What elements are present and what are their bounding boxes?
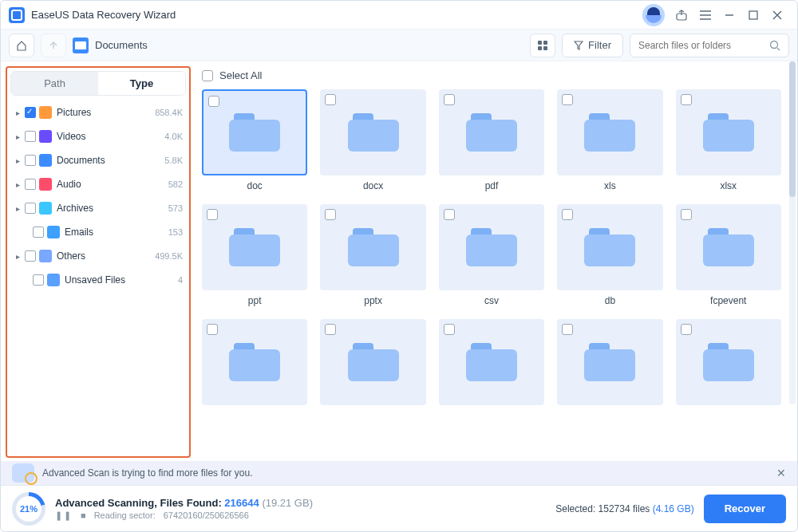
- checkbox-audio[interactable]: [25, 179, 36, 190]
- tile-blank[interactable]: [557, 319, 662, 410]
- others-icon: [39, 250, 52, 262]
- tile-blank[interactable]: [676, 319, 781, 410]
- tile-xls[interactable]: xls: [557, 89, 662, 191]
- scrollbar-thumb[interactable]: [789, 61, 796, 197]
- folder-icon: [703, 343, 754, 381]
- close-button[interactable]: [765, 4, 789, 26]
- tile-doc[interactable]: doc: [202, 89, 307, 191]
- file-grid: docdocxpdfxlsxlsxpptpptxcsvdbfcpevent: [202, 89, 781, 410]
- folder-icon: [703, 113, 754, 152]
- tile-label: docx: [363, 180, 383, 191]
- sidebar-tabs: Path Type: [10, 71, 186, 96]
- documents-icon: [39, 154, 52, 167]
- tile-checkbox[interactable]: [325, 209, 336, 220]
- tile-checkbox[interactable]: [207, 209, 218, 220]
- checkbox-archives[interactable]: [25, 203, 36, 214]
- videos-icon: [39, 130, 52, 143]
- tile-checkbox[interactable]: [325, 94, 336, 105]
- tile-checkbox[interactable]: [562, 324, 573, 335]
- scrollbar[interactable]: [789, 61, 796, 404]
- recover-button[interactable]: Recover: [704, 495, 786, 523]
- minimize-button[interactable]: [717, 4, 741, 26]
- tile-checkbox[interactable]: [681, 94, 692, 105]
- folder-icon: [348, 228, 399, 266]
- filter-button[interactable]: Filter: [562, 33, 623, 57]
- sidebar-item-videos[interactable]: ▸Videos4.0K: [10, 124, 186, 148]
- sidebar: Path Type ▸Pictures858.4K ▸Videos4.0K ▸D…: [6, 66, 191, 458]
- tile-csv[interactable]: csv: [439, 204, 544, 306]
- tile-pdf[interactable]: pdf: [439, 89, 544, 191]
- scan-notice-icon: [12, 463, 34, 483]
- tile-blank[interactable]: [202, 319, 307, 410]
- checkbox-documents[interactable]: [25, 155, 36, 166]
- grid-view-button[interactable]: [530, 33, 555, 57]
- tile-checkbox[interactable]: [444, 209, 455, 220]
- app-logo-icon: [9, 7, 25, 23]
- tile-db[interactable]: db: [557, 204, 662, 306]
- select-all-row[interactable]: Select All: [202, 69, 781, 81]
- unsaved-icon: [47, 274, 60, 286]
- checkbox-videos[interactable]: [25, 131, 36, 142]
- search-field[interactable]: [630, 33, 789, 57]
- tile-checkbox[interactable]: [562, 209, 573, 220]
- progress-ring: 21%: [12, 492, 45, 526]
- tile-checkbox[interactable]: [562, 94, 573, 105]
- stop-button[interactable]: ■: [81, 510, 86, 520]
- tab-path[interactable]: Path: [11, 72, 98, 95]
- tile-blank[interactable]: [439, 319, 544, 410]
- svg-point-12: [771, 41, 778, 48]
- tile-checkbox[interactable]: [444, 324, 455, 335]
- search-input[interactable]: [638, 40, 769, 51]
- checkbox-pictures[interactable]: [25, 107, 36, 118]
- folder-icon: [466, 343, 517, 381]
- notice-close-icon[interactable]: ✕: [776, 467, 786, 479]
- pictures-icon: [39, 106, 52, 119]
- sidebar-item-emails[interactable]: Emails153: [10, 220, 186, 244]
- sidebar-item-audio[interactable]: ▸Audio582: [10, 172, 186, 196]
- folder-icon: [348, 343, 399, 381]
- tile-blank[interactable]: [320, 319, 425, 410]
- tile-checkbox[interactable]: [681, 209, 692, 220]
- folder-icon: [229, 228, 280, 266]
- checkbox-others[interactable]: [25, 250, 36, 262]
- tile-checkbox[interactable]: [208, 96, 219, 107]
- folder-icon: [466, 228, 517, 266]
- checkbox-unsaved[interactable]: [33, 274, 44, 286]
- breadcrumb-icon: [73, 37, 89, 53]
- tile-checkbox[interactable]: [325, 324, 336, 335]
- tab-type[interactable]: Type: [98, 72, 185, 95]
- folder-icon: [348, 113, 399, 152]
- sidebar-item-unsaved[interactable]: Unsaved Files4: [10, 268, 186, 292]
- tile-xlsx[interactable]: xlsx: [676, 89, 781, 191]
- share-icon[interactable]: [670, 4, 693, 26]
- sidebar-item-documents[interactable]: ▸Documents5.8K: [10, 148, 186, 172]
- maximize-button[interactable]: [741, 4, 765, 26]
- tile-fcpevent[interactable]: fcpevent: [676, 204, 781, 306]
- breadcrumb[interactable]: Documents: [95, 39, 148, 51]
- audio-icon: [39, 178, 52, 191]
- folder-icon: [229, 113, 280, 152]
- checkbox-emails[interactable]: [33, 227, 44, 238]
- scan-notice-text: Advanced Scan is trying to find more fil…: [42, 467, 252, 479]
- avatar-icon[interactable]: [642, 4, 665, 26]
- tile-label: ppt: [248, 295, 262, 306]
- tile-ppt[interactable]: ppt: [202, 204, 307, 306]
- scan-notice: Advanced Scan is trying to find more fil…: [1, 461, 797, 485]
- tile-checkbox[interactable]: [444, 94, 455, 105]
- home-button[interactable]: [9, 33, 34, 57]
- tile-checkbox[interactable]: [207, 324, 218, 335]
- tile-checkbox[interactable]: [681, 324, 692, 335]
- svg-rect-11: [543, 46, 547, 50]
- svg-rect-8: [538, 41, 542, 45]
- tile-docx[interactable]: docx: [320, 89, 425, 191]
- pause-button[interactable]: ❚❚: [55, 510, 73, 521]
- menu-icon[interactable]: [693, 4, 717, 26]
- tile-label: pptx: [364, 295, 382, 306]
- tile-pptx[interactable]: pptx: [320, 204, 425, 306]
- sidebar-item-archives[interactable]: ▸Archives573: [10, 196, 186, 220]
- up-button[interactable]: [41, 33, 66, 57]
- sidebar-item-pictures[interactable]: ▸Pictures858.4K: [10, 100, 186, 124]
- scan-status: Advanced Scanning, Files Found: 216644 (…: [55, 497, 313, 521]
- select-all-checkbox[interactable]: [202, 70, 213, 81]
- sidebar-item-others[interactable]: ▸Others499.5K: [10, 244, 186, 268]
